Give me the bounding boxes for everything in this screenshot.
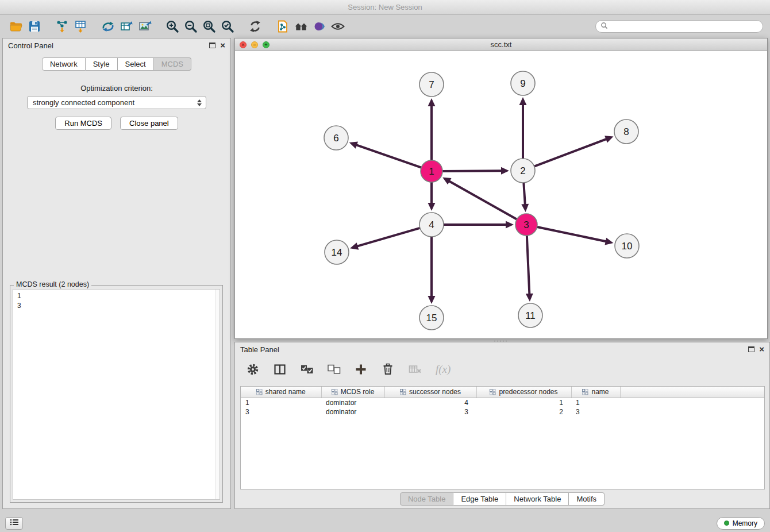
network-edge-1-2[interactable] [442, 171, 502, 171]
table-row[interactable]: 3dominator323 [241, 407, 764, 417]
zoom-in-icon[interactable] [163, 18, 182, 35]
delete-row-icon[interactable] [379, 361, 396, 378]
function-builder-icon[interactable]: f(x) [436, 363, 451, 376]
tab-motifs[interactable]: Motifs [569, 492, 605, 506]
zoom-out-icon[interactable] [182, 18, 200, 35]
svg-text:9: 9 [520, 78, 525, 89]
panel-menu-button[interactable] [5, 517, 23, 530]
table-row[interactable]: 1dominator411 [241, 398, 764, 407]
float-table-panel-icon[interactable] [748, 346, 754, 352]
minimize-window-icon[interactable]: − [251, 41, 258, 48]
network-window-titlebar: × − + scc.txt [235, 38, 767, 51]
network-window-title: scc.txt [235, 40, 767, 49]
table-panel: Table Panel × f(x) shared nameMCDS roles… [234, 342, 770, 509]
style-icon[interactable] [310, 18, 329, 35]
close-panel-icon[interactable]: × [220, 43, 225, 48]
column-header-successor-nodes[interactable]: successor nodes [384, 387, 476, 398]
table-cell[interactable]: 1 [476, 398, 571, 407]
search-icon [600, 22, 608, 31]
svg-text:10: 10 [622, 241, 633, 252]
svg-text:15: 15 [426, 313, 437, 323]
zoom-selected-icon[interactable] [218, 18, 237, 35]
column-header-predecessor-nodes[interactable]: predecessor nodes [476, 387, 571, 398]
status-bar: Memory [0, 514, 770, 532]
table-panel-title: Table Panel [240, 345, 279, 354]
network-node-7[interactable]: 7 [419, 72, 444, 97]
network-edge-2-3[interactable] [523, 183, 525, 205]
import-network-icon[interactable] [53, 18, 71, 35]
network-edge-3-10[interactable] [537, 227, 607, 242]
close-panel-button[interactable]: Close panel [120, 117, 178, 130]
export-image-icon[interactable] [136, 18, 154, 35]
show-columns-icon[interactable] [271, 361, 288, 378]
unselect-all-icon[interactable] [325, 361, 342, 378]
network-file-icon[interactable] [274, 18, 292, 35]
import-table-icon[interactable] [71, 18, 90, 35]
network-node-10[interactable]: 10 [615, 234, 639, 258]
select-all-icon[interactable] [298, 361, 315, 378]
network-node-15[interactable]: 15 [419, 306, 444, 330]
table-cell[interactable]: 1 [241, 398, 321, 407]
column-header-name[interactable]: name [571, 387, 620, 398]
open-session-icon[interactable] [7, 18, 25, 35]
tab-mcds[interactable]: MCDS [154, 57, 191, 71]
run-mcds-button[interactable]: Run MCDS [55, 117, 111, 130]
column-header-shared-name[interactable]: shared name [241, 387, 321, 398]
result-scrollbar[interactable] [215, 290, 220, 499]
network-node-3[interactable]: 3 [515, 214, 537, 236]
close-table-panel-icon[interactable]: × [759, 346, 764, 352]
network-node-1[interactable]: 1 [421, 160, 442, 182]
network-node-6[interactable]: 6 [324, 126, 348, 150]
table-cell[interactable]: 4 [384, 398, 476, 407]
network-node-8[interactable]: 8 [614, 119, 638, 144]
close-window-icon[interactable]: × [240, 41, 247, 48]
search-box[interactable] [595, 20, 763, 33]
tab-node-table[interactable]: Node Table [400, 492, 454, 506]
table-cell[interactable]: 3 [241, 407, 321, 417]
float-panel-icon[interactable] [209, 43, 215, 48]
export-network-icon[interactable] [99, 18, 117, 35]
zoom-fit-icon[interactable] [200, 18, 218, 35]
column-header-mcds-role[interactable]: MCDS role [321, 387, 384, 398]
edge-arrowhead [501, 167, 509, 175]
network-edge-1-6[interactable] [356, 145, 421, 168]
apply-layout-icon[interactable] [246, 18, 264, 35]
network-node-14[interactable]: 14 [325, 240, 349, 264]
tab-edge-table[interactable]: Edge Table [453, 492, 506, 506]
export-table-icon[interactable] [117, 18, 136, 35]
add-row-icon[interactable] [352, 361, 369, 378]
table-cell[interactable]: 3 [384, 407, 476, 417]
tab-network-table[interactable]: Network Table [506, 492, 569, 506]
table-cell[interactable]: 2 [476, 407, 571, 417]
network-edge-3-11[interactable] [527, 236, 530, 295]
table-cell[interactable]: 1 [571, 398, 620, 407]
tab-network[interactable]: Network [42, 57, 86, 71]
home-icon[interactable] [292, 18, 310, 35]
show-graphics-icon[interactable] [329, 18, 347, 35]
control-panel-tabs: NetworkStyleSelectMCDS [3, 57, 230, 71]
save-session-icon[interactable] [25, 18, 44, 35]
tab-style[interactable]: Style [86, 57, 118, 71]
network-node-9[interactable]: 9 [511, 71, 535, 95]
criterion-dropdown[interactable]: strongly connected component [27, 96, 206, 109]
table-toolbar: f(x) [235, 356, 769, 383]
network-edge-4-14[interactable] [357, 228, 420, 246]
memory-status-dot [724, 521, 729, 526]
memory-button[interactable]: Memory [717, 517, 765, 530]
tab-select[interactable]: Select [118, 57, 154, 71]
network-edge-2-8[interactable] [534, 139, 607, 167]
table-cell[interactable]: dominator [321, 398, 384, 407]
search-input[interactable] [611, 22, 758, 30]
table-cell[interactable]: 3 [571, 407, 620, 417]
edge-arrowhead [519, 97, 527, 105]
network-node-2[interactable]: 2 [511, 159, 535, 183]
edge-arrowhead [506, 221, 514, 229]
network-edge-3-1[interactable] [449, 181, 517, 219]
network-canvas[interactable]: 7968124314101511 [235, 51, 767, 338]
maximize-window-icon[interactable]: + [263, 41, 270, 48]
network-node-11[interactable]: 11 [518, 303, 542, 327]
table-settings-icon[interactable] [244, 361, 261, 378]
memory-button-label: Memory [733, 519, 757, 527]
network-node-4[interactable]: 4 [419, 213, 444, 237]
table-cell[interactable]: dominator [321, 407, 384, 417]
